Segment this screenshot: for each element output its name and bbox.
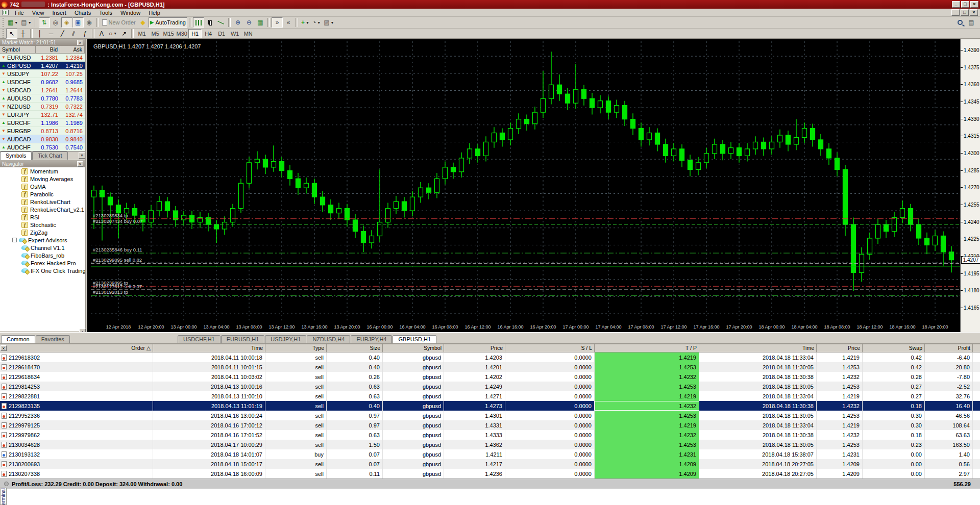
text-tool-button[interactable]: A xyxy=(96,29,107,39)
navigator-item-expert-advisors[interactable]: −Expert Advisors xyxy=(0,236,85,244)
terminal-column-price-close[interactable]: Price xyxy=(817,344,863,352)
market-watch-row-audcad[interactable]: ▼AUDCAD0.98300.9840 xyxy=(0,135,85,143)
arrows-tool-button[interactable]: ↗ xyxy=(118,29,130,39)
terminal-column-tp[interactable]: T / P xyxy=(595,344,699,352)
bar-chart-button[interactable] xyxy=(193,17,204,28)
zoom-in-button[interactable]: ⊕ xyxy=(232,17,243,28)
child-window-icon[interactable] xyxy=(2,10,9,15)
market-watch-scroll-down-icon[interactable]: ▼ xyxy=(79,152,85,159)
order-row-2129618302[interactable]: 21296183022018.04.11 10:00:18sell0.40gbp… xyxy=(0,352,980,362)
navigator-tab-favorites[interactable]: Favorites xyxy=(36,335,70,343)
order-row-2130034628[interactable]: 21300346282018.04.17 10:00:29sell1.50gbp… xyxy=(0,440,980,449)
indicators-button[interactable]: +▼ xyxy=(300,17,311,28)
order-row-2130200693[interactable]: 21302006932018.04.18 15:00:17sell0.07gbp… xyxy=(0,459,980,469)
terminal-column-sl[interactable]: S / L xyxy=(505,344,595,352)
chart-tab-eurusd-h1[interactable]: EURUSD,H1 xyxy=(221,335,265,343)
market-watch-row-audchf[interactable]: ▲AUDCHF0.75300.7540 xyxy=(0,143,85,151)
market-watch-row-eurchf[interactable]: ▲EURCHF1.19861.1989 xyxy=(0,119,85,127)
timeframe-h4[interactable]: H4 xyxy=(202,29,215,38)
toolbar-grip[interactable] xyxy=(3,18,5,27)
menu-charts[interactable]: Charts xyxy=(70,9,95,16)
terminal-toggle-button[interactable]: ▣ xyxy=(72,17,84,28)
market-watch-row-usdcad[interactable]: ▼USDCAD1.26411.2644 xyxy=(0,86,85,94)
market-watch-row-eurusd[interactable]: ▼EURUSD1.23811.2384 xyxy=(0,54,85,62)
order-row-2129822881[interactable]: 21298228812018.04.13 11:00:10sell0.63gbp… xyxy=(0,391,980,401)
order-row-2129952336[interactable]: 21299523362018.04.16 13:00:24sell0.97gbp… xyxy=(0,411,980,420)
chart-tab-nzdusd-h4[interactable]: NZDUSD,H4 xyxy=(307,335,350,343)
market-watch-tab-symbols[interactable]: Symbols xyxy=(0,152,32,160)
timeframe-m5[interactable]: M5 xyxy=(149,29,162,38)
child-close-button[interactable]: × xyxy=(970,9,978,16)
order-row-2130193132[interactable]: 21301931322018.04.18 14:01:07buy0.07gbpu… xyxy=(0,449,980,459)
terminal-column-time[interactable]: Time xyxy=(153,344,265,352)
timeframe-m1[interactable]: M1 xyxy=(135,29,149,38)
minimize-button[interactable]: _ xyxy=(952,1,960,8)
data-window-button[interactable]: ◎ xyxy=(50,17,61,28)
navigator-item-stochastic[interactable]: ƒStochastic xyxy=(0,221,85,229)
terminal-column-profit-close[interactable]: Profit xyxy=(925,344,973,352)
templates-button[interactable]: ▨▼ xyxy=(322,17,335,28)
auto-scroll-button[interactable]: » xyxy=(272,17,283,28)
market-watch-row-audusd[interactable]: ▲AUDUSD0.77800.7783 xyxy=(0,94,85,103)
cursor-tool-button[interactable]: ↖ xyxy=(6,29,17,39)
navigator-item-renkolivechart[interactable]: ƒRenkoLiveChart xyxy=(0,198,85,206)
order-row-2129814253[interactable]: 21298142532018.04.13 10:00:16sell0.63gbp… xyxy=(0,382,980,391)
terminal-column-time-close[interactable]: Time xyxy=(699,344,817,352)
navigator-item-ifx-one-click-trading[interactable]: IFX One Click Trading xyxy=(0,267,85,274)
new-order-button[interactable]: New Order xyxy=(101,17,137,28)
navigator-tab-common[interactable]: Common xyxy=(1,335,35,344)
search-button[interactable] xyxy=(954,17,966,28)
shapes-button[interactable]: ○▼ xyxy=(107,29,118,39)
terminal-column-type[interactable]: Type xyxy=(265,344,327,352)
print-button[interactable]: ▤ xyxy=(966,17,977,28)
market-watch-row-usdjpy[interactable]: ▼USDJPY107.22107.25 xyxy=(0,70,85,78)
chart-plot-area[interactable]: #2130289834 tp#2130207434 buy 0.07#21302… xyxy=(91,41,960,323)
market-watch-row-eurjpy[interactable]: ▼EURJPY132.71132.74 xyxy=(0,111,85,119)
navigator-item-momentum[interactable]: ƒMomentum xyxy=(0,167,85,175)
timeframe-m15[interactable]: M15 xyxy=(162,29,175,38)
vertical-line-button[interactable]: │ xyxy=(34,29,45,39)
maximize-button[interactable]: □ xyxy=(961,1,969,8)
market-watch-tab-tick-chart[interactable]: Tick Chart xyxy=(32,152,67,160)
order-row-2129618470[interactable]: 21296184702018.04.11 10:01:15sell0.40gbp… xyxy=(0,362,980,372)
market-watch-toggle-button[interactable]: ⇅ xyxy=(39,17,50,28)
order-row-2129979125[interactable]: 21299791252018.04.16 17:00:12sell0.97gbp… xyxy=(0,420,980,430)
navigator-item-parabolic[interactable]: ƒParabolic xyxy=(0,190,85,198)
chart-tab-usdjpy-h1[interactable]: USDJPY,H1 xyxy=(265,335,306,343)
price-axis[interactable]: 1.4207 1.43901.43751.43601.43451.43301.4… xyxy=(960,39,980,333)
close-button[interactable]: × xyxy=(970,1,978,8)
terminal-column-price[interactable]: Price xyxy=(444,344,505,352)
collapse-icon[interactable]: − xyxy=(12,238,17,242)
navigator-item-renkolivechart-v2-1[interactable]: ƒRenkoLiveChart_v2.1 xyxy=(0,206,85,213)
order-row-2130207338[interactable]: 21302073382018.04.18 16:00:09sell0.11gbp… xyxy=(0,469,980,478)
navigator-item-rsi[interactable]: ƒRSI xyxy=(0,213,85,221)
menu-tools[interactable]: Tools xyxy=(95,9,116,16)
child-restore-button[interactable]: □ xyxy=(961,9,969,16)
horizontal-line-button[interactable]: ─ xyxy=(45,29,57,39)
menu-view[interactable]: View xyxy=(28,9,48,16)
trendline-button[interactable]: ╱ xyxy=(57,29,68,39)
market-watch-row-usdchf[interactable]: ▲USDCHF0.96820.9685 xyxy=(0,78,85,86)
market-watch-close-icon[interactable]: × xyxy=(77,40,83,45)
toolbar-grip[interactable] xyxy=(3,29,5,38)
order-row-2129979862[interactable]: 21299798622018.04.16 17:01:52sell0.63gbp… xyxy=(0,430,980,440)
new-chart-button[interactable]: ▦▼ xyxy=(6,17,19,28)
terminal-column-size[interactable]: Size xyxy=(327,344,383,352)
channel-button[interactable]: ⫽ xyxy=(68,29,79,39)
line-chart-button[interactable] xyxy=(215,17,227,28)
chart-shift-button[interactable]: « xyxy=(283,17,294,28)
column-bid[interactable]: Bid xyxy=(36,46,60,53)
chart-tab-eurjpy-h4[interactable]: EURJPY,H4 xyxy=(351,335,392,343)
navigator-item-forex-hacked-pro[interactable]: Forex Hacked Pro xyxy=(0,259,85,267)
navigator-item-moving-averages[interactable]: ƒMoving Averages xyxy=(0,175,85,183)
market-watch-row-gbpusd[interactable]: ▲GBPUSD1.42071.4210 xyxy=(0,62,85,70)
candlestick-chart-button[interactable] xyxy=(204,17,215,28)
crosshair-tool-button[interactable]: ┼ xyxy=(17,29,29,39)
terminal-column-symbol[interactable]: Symbol xyxy=(383,344,444,352)
market-watch-row-eurgbp[interactable]: ▼EURGBP0.87130.8716 xyxy=(0,127,85,135)
profiles-button[interactable]: ▤▼ xyxy=(19,17,33,28)
market-watch-row-nzdusd[interactable]: ▼NZDUSD0.73190.7322 xyxy=(0,103,85,111)
timeframe-h1[interactable]: H1 xyxy=(188,29,202,38)
terminal-column-swap-close[interactable]: Swap xyxy=(863,344,925,352)
autotrading-button[interactable]: ▶AutoTrading xyxy=(149,17,187,28)
